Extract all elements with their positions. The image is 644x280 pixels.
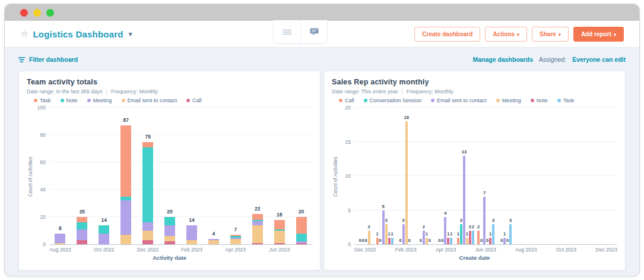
- comments-button[interactable]: [300, 20, 327, 43]
- bar[interactable]: 2: [469, 231, 471, 244]
- bar[interactable]: 1: [388, 238, 391, 245]
- bar-segment[interactable]: [186, 240, 197, 244]
- bar[interactable]: 1: [376, 238, 379, 245]
- bar-segment[interactable]: [99, 225, 109, 234]
- bar-segment[interactable]: [252, 225, 263, 243]
- bar-segment[interactable]: [164, 217, 175, 225]
- stacked-bar[interactable]: [99, 225, 109, 244]
- bar[interactable]: 2: [423, 231, 425, 244]
- bar-segment[interactable]: [142, 240, 153, 244]
- bar[interactable]: 1: [447, 238, 449, 245]
- bar-segment[interactable]: [274, 231, 285, 243]
- bar-segment[interactable]: [77, 217, 87, 222]
- manage-dashboards-link[interactable]: Manage dashboards: [472, 56, 533, 63]
- bar[interactable]: 3: [402, 224, 405, 245]
- bar[interactable]: 3: [509, 224, 512, 245]
- legend-item[interactable]: Call: [186, 97, 202, 103]
- filter-dashboard-link[interactable]: Filter dashboard: [18, 56, 78, 63]
- bar[interactable]: 18: [405, 121, 408, 244]
- bar-segment[interactable]: [142, 147, 153, 223]
- legend-item[interactable]: Note: [61, 97, 78, 103]
- bar[interactable]: 3: [460, 224, 462, 245]
- stacked-bar[interactable]: [252, 214, 263, 244]
- bar-segment[interactable]: [142, 231, 153, 240]
- bar-segment[interactable]: [77, 229, 87, 240]
- bar-segment[interactable]: [99, 234, 109, 244]
- bar-segment[interactable]: [274, 220, 285, 229]
- bar-segment[interactable]: [120, 200, 131, 235]
- legend-item[interactable]: Task: [557, 97, 575, 103]
- stacked-bar[interactable]: [230, 235, 241, 244]
- bar[interactable]: 1: [426, 238, 428, 245]
- stacked-bar[interactable]: [142, 142, 153, 244]
- actions-button[interactable]: Actions▾: [485, 27, 527, 42]
- bar[interactable]: 7: [483, 197, 486, 245]
- close-window-button[interactable]: [20, 9, 28, 17]
- stacked-bar[interactable]: [120, 125, 131, 244]
- stacked-bar[interactable]: [274, 220, 285, 244]
- bar[interactable]: 1: [457, 238, 459, 245]
- bar-segment[interactable]: [230, 239, 241, 244]
- stacked-bar[interactable]: [296, 217, 307, 244]
- grid-view-button[interactable]: [274, 20, 300, 43]
- stacked-bar[interactable]: [77, 217, 87, 244]
- bar-segment[interactable]: [55, 234, 65, 243]
- bar[interactable]: 2: [472, 231, 474, 244]
- bar[interactable]: 1: [450, 238, 452, 245]
- minimize-window-button[interactable]: [33, 9, 41, 17]
- share-button[interactable]: Share▾: [532, 27, 569, 42]
- legend-item[interactable]: Conversation Session: [364, 97, 422, 103]
- bar[interactable]: 4: [444, 217, 446, 244]
- bar-value-label: 1: [457, 231, 459, 237]
- bar[interactable]: 2: [368, 231, 370, 244]
- bar-segment[interactable]: [142, 222, 153, 231]
- bar-group: [516, 108, 537, 244]
- legend-item[interactable]: Meeting: [87, 97, 112, 103]
- stacked-bar[interactable]: [164, 217, 175, 244]
- bar-segment[interactable]: [120, 197, 131, 201]
- bar-segment[interactable]: [186, 225, 197, 240]
- stacked-bar[interactable]: [55, 234, 65, 244]
- bar[interactable]: 3: [385, 224, 388, 245]
- legend-item[interactable]: Meeting: [496, 97, 521, 103]
- bar[interactable]: 3: [492, 224, 494, 245]
- bar-segment[interactable]: [77, 222, 87, 229]
- favorite-star-icon[interactable]: ☆: [20, 29, 28, 39]
- bar-segment[interactable]: [274, 243, 285, 244]
- bar[interactable]: 1: [391, 238, 394, 245]
- legend-item[interactable]: Email sent to contact: [122, 97, 177, 103]
- legend-item[interactable]: Note: [531, 97, 548, 103]
- legend-item[interactable]: Call: [339, 97, 354, 103]
- bar-segment[interactable]: [252, 243, 263, 244]
- bar-segment[interactable]: [55, 243, 65, 244]
- bar-segment[interactable]: [296, 243, 307, 244]
- bar-segment[interactable]: [164, 225, 175, 236]
- assigned-value-link[interactable]: Everyone can edit: [572, 56, 626, 63]
- bar-segment[interactable]: [142, 142, 153, 147]
- bar-segment[interactable]: [208, 240, 219, 244]
- bar-segment[interactable]: [296, 217, 307, 234]
- x-tick-label: [417, 247, 436, 253]
- bar-segment[interactable]: [77, 240, 87, 244]
- bar-segment[interactable]: [164, 241, 175, 244]
- bar-segment[interactable]: [252, 221, 263, 225]
- zoom-window-button[interactable]: [46, 9, 54, 17]
- bar[interactable]: 1: [489, 238, 491, 245]
- stacked-bar[interactable]: [208, 239, 219, 244]
- bar[interactable]: 13: [463, 156, 465, 245]
- bar-segment[interactable]: [252, 214, 263, 219]
- create-dashboard-button[interactable]: Create dashboard: [414, 27, 480, 42]
- bar[interactable]: 2: [477, 231, 480, 244]
- bar[interactable]: 5: [382, 210, 385, 245]
- title-dropdown-caret-icon[interactable]: ▼: [128, 31, 134, 37]
- bar[interactable]: 1: [466, 238, 468, 245]
- add-report-button[interactable]: Add report▾: [573, 27, 624, 42]
- legend-item[interactable]: Task: [34, 97, 51, 103]
- bar-segment[interactable]: [164, 236, 175, 241]
- bar[interactable]: 1: [503, 238, 506, 245]
- bar-segment[interactable]: [120, 235, 131, 244]
- bar-segment[interactable]: [296, 234, 307, 242]
- legend-item[interactable]: Email sent to contact: [431, 97, 487, 103]
- stacked-bar[interactable]: [186, 225, 197, 244]
- bar-segment[interactable]: [120, 125, 131, 197]
